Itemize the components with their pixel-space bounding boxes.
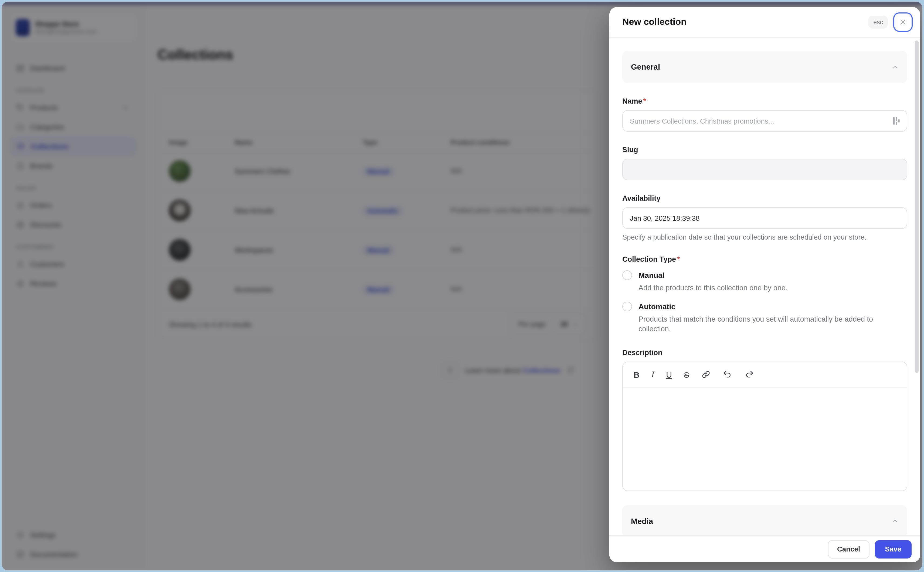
radio-label: Automatic [638,302,675,311]
cancel-button[interactable]: Cancel [828,540,869,558]
screenshot-stage: Shoppe Store store@shoppestore.com Dashb… [0,0,924,572]
save-button[interactable]: Save [874,540,912,558]
radio-description: Add the products to this collection one … [638,283,884,293]
availability-helper: Specify a publication date so that your … [622,233,907,241]
availability-input[interactable] [622,207,907,229]
chevron-up-icon [891,64,899,70]
name-label: Name* [622,97,907,105]
drawer-title: New collection [622,17,868,28]
media-section-header-wrap: Media [622,505,907,535]
name-field: Name* [622,97,907,132]
editor-content[interactable] [623,388,907,490]
drawer-body[interactable]: General Name* Slug [609,38,920,535]
drawer-header: New collection esc [609,7,920,38]
app-window: Shoppe Store store@shoppestore.com Dashb… [2,2,922,570]
radio-description: Products that match the conditions you s… [638,315,884,334]
availability-label: Availability [622,194,907,202]
radio-button[interactable] [622,270,632,280]
italic-button[interactable]: I [652,370,655,379]
radio-option-manual[interactable]: Manual [622,270,907,280]
name-input[interactable] [622,110,907,132]
radio-label: Manual [638,271,664,280]
editor-toolbar: B I U S [623,362,907,388]
underline-button[interactable]: U [666,370,672,379]
rich-text-editor: B I U S [622,361,907,491]
section-title: Media [631,517,891,525]
new-collection-drawer: New collection esc General Name* [609,7,920,562]
availability-field: Availability Specify a publication date … [622,194,907,241]
redo-icon[interactable] [744,370,754,379]
drawer-footer: Cancel Save [609,535,920,562]
required-asterisk: * [677,255,680,263]
esc-shortcut-badge: esc [868,16,888,29]
slug-input[interactable] [622,159,907,180]
slug-label: Slug [622,146,907,154]
strikethrough-button[interactable]: S [684,370,689,379]
close-button[interactable] [893,12,913,32]
description-label: Description [622,348,907,356]
collection-type-label: Collection Type* [622,255,907,263]
section-title: General [631,62,891,71]
chevron-up-icon [891,518,899,524]
radio-button[interactable] [622,302,632,311]
general-section-header[interactable]: General [622,51,907,83]
slug-field: Slug [622,146,907,180]
required-asterisk: * [643,97,646,105]
radio-option-automatic[interactable]: Automatic [622,302,907,311]
undo-icon[interactable] [723,370,733,379]
drawer-scrollbar[interactable] [915,40,919,373]
description-field: Description B I U S [622,348,907,491]
collection-type-field: Collection Type* Manual Add the products… [622,255,907,334]
close-icon [899,18,907,26]
bold-button[interactable]: B [634,370,639,379]
media-section-header[interactable]: Media [622,505,907,535]
link-icon[interactable] [701,370,711,379]
autofill-icon[interactable] [892,116,901,126]
